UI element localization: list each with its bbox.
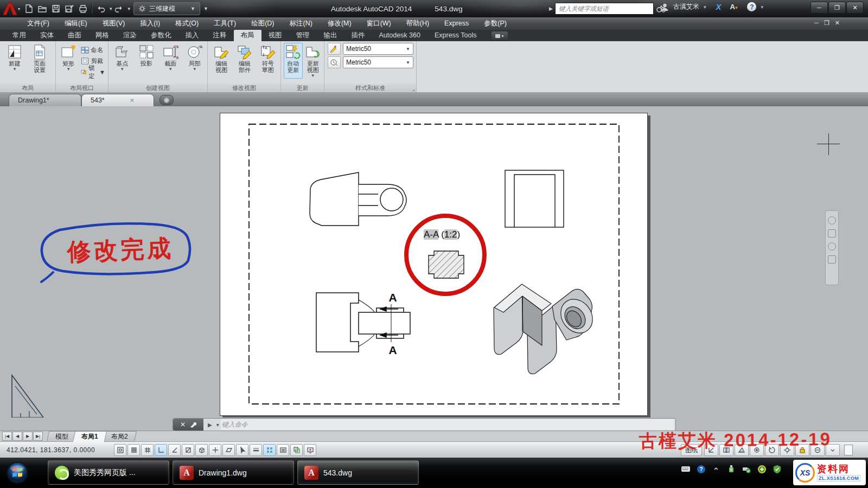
projected-view-button[interactable]: 投影 <box>136 43 158 72</box>
tab-close-icon[interactable]: ✕ <box>130 97 135 104</box>
ribbon-tab-solid[interactable]: 实体 <box>33 30 61 41</box>
otrack-toggle[interactable] <box>209 444 221 456</box>
infer-constraints-toggle[interactable] <box>114 444 126 456</box>
page-setup-button[interactable]: 页面设置 <box>28 43 52 74</box>
update-view-button[interactable]: 更新视图 ▼ <box>304 43 323 79</box>
workspace-switcher[interactable]: 三维建模 ▼ <box>133 2 200 15</box>
osnap-3d-toggle[interactable] <box>195 444 208 456</box>
ribbon-tab-home[interactable]: 常用 <box>5 30 33 41</box>
symbol-sketch-button[interactable]: A 符号草图 <box>257 43 279 74</box>
ribbon-tab-manage[interactable]: 管理 <box>289 30 317 41</box>
help-icon[interactable]: ? <box>747 2 756 11</box>
menu-format[interactable]: 格式(O) <box>168 17 206 30</box>
ribbon-tab-autodesk360[interactable]: Autodesk 360 <box>372 30 427 41</box>
menu-draw[interactable]: 绘图(D) <box>244 17 282 30</box>
taskbar-button-drawing1[interactable]: A Drawing1.dwg <box>173 460 294 485</box>
usb-safely-remove-icon[interactable] <box>742 464 751 474</box>
ribbon-tab-plugins[interactable]: 插件 <box>344 30 372 41</box>
edit-view-button[interactable]: 编辑视图 <box>210 43 233 74</box>
pan-icon[interactable] <box>828 229 836 237</box>
close-button[interactable]: ✕ <box>846 2 864 14</box>
minimize-button[interactable]: ─ <box>810 2 828 14</box>
polar-toggle[interactable] <box>168 444 181 456</box>
show-hidden-icons-caret[interactable] <box>711 464 721 474</box>
view-style-button[interactable] <box>328 43 341 55</box>
redo-caret-icon[interactable]: ▾ <box>128 6 131 11</box>
menu-view[interactable]: 视图(V) <box>95 17 133 30</box>
command-input[interactable] <box>221 419 674 430</box>
view-isometric-3d[interactable] <box>494 284 599 374</box>
wrench-icon[interactable] <box>189 421 196 428</box>
menu-dimension[interactable]: 标注(N) <box>282 17 320 30</box>
annotation-monitor-toggle[interactable] <box>304 444 316 456</box>
selection-cycling-toggle[interactable] <box>290 444 303 456</box>
start-button[interactable] <box>5 461 29 485</box>
autodesk-360-icon[interactable]: A▾ <box>730 3 738 11</box>
menu-window[interactable]: 窗口(W) <box>359 17 399 30</box>
undo-button[interactable] <box>94 2 107 15</box>
ribbon-tab-view[interactable]: 视图 <box>261 30 289 41</box>
ribbon-tab-layout[interactable]: 布局 <box>234 30 261 41</box>
ribbon-tab-insert[interactable]: 插入 <box>178 30 206 41</box>
panel-dialog-launcher-icon[interactable]: ⌟ <box>412 86 414 92</box>
new-file-button[interactable] <box>22 2 35 15</box>
new-drawing-tab-button[interactable] <box>159 95 174 105</box>
search-input[interactable] <box>555 3 654 15</box>
plot-button[interactable] <box>76 2 90 15</box>
doc-minimize-icon[interactable]: ─ <box>814 20 819 27</box>
file-tab-543[interactable]: 543* ✕ <box>81 94 154 106</box>
next-layout-icon[interactable]: ▶ <box>23 432 33 441</box>
antivirus-plus-icon[interactable] <box>757 464 767 474</box>
standard-style-dropdown[interactable]: Metric50 ▼ <box>343 56 413 68</box>
first-layout-icon[interactable]: |◀ <box>2 432 12 441</box>
ribbon-tab-mesh[interactable]: 网格 <box>88 30 116 41</box>
cmd-close-icon[interactable]: ✕ <box>180 421 186 428</box>
doc-restore-icon[interactable]: ❐ <box>824 20 829 27</box>
view-top[interactable] <box>310 172 406 226</box>
taskbar-button-543[interactable]: A 543.dwg <box>297 460 419 485</box>
prev-layout-icon[interactable]: ◀ <box>12 432 22 441</box>
open-file-button[interactable] <box>35 2 49 15</box>
rect-viewport-button[interactable]: 矩形 ▼ <box>59 43 79 77</box>
qat-customize-icon[interactable]: ▼ <box>203 6 208 11</box>
osnap-toggle[interactable] <box>182 444 194 456</box>
ribbon-tab-output[interactable]: 输出 <box>317 30 344 41</box>
search-expand-icon[interactable]: ▶ <box>549 6 553 11</box>
file-tab-drawing1[interactable]: Drawing1* <box>9 94 81 106</box>
view-style-dropdown[interactable]: Metric50 ▼ <box>343 43 413 55</box>
keyboard-layout-icon[interactable] <box>681 464 691 474</box>
save-button[interactable] <box>49 2 62 15</box>
menu-file[interactable]: 文件(F) <box>20 17 57 30</box>
edit-component-button[interactable]: 编辑部件 <box>234 43 256 74</box>
drawing-canvas[interactable]: A A <box>0 106 868 418</box>
lineweight-toggle[interactable] <box>250 444 262 456</box>
doc-close-icon[interactable]: ✕ <box>835 20 840 27</box>
ribbon-tab-render[interactable]: 渲染 <box>116 30 144 41</box>
menu-help[interactable]: 帮助(H) <box>399 17 437 30</box>
lock-viewport-button[interactable]: 锁定 ▼ <box>80 67 106 77</box>
ribbon-display-toggle[interactable]: ▾ <box>492 31 508 40</box>
ribbon-tab-express-tools[interactable]: Express Tools <box>427 30 484 41</box>
full-navigation-wheel-icon[interactable] <box>828 216 836 224</box>
view-side-section[interactable]: A A <box>316 291 410 356</box>
redo-button[interactable] <box>112 2 126 15</box>
signed-in-user[interactable]: 古滇艾米 <box>673 2 699 11</box>
base-view-button[interactable]: 基点 ▼ <box>111 43 133 72</box>
grid-toggle[interactable] <box>141 444 154 456</box>
undo-caret-icon[interactable]: ▾ <box>110 6 112 11</box>
exchange-apps-icon[interactable]: X <box>716 2 722 11</box>
dyn-toggle[interactable] <box>236 444 248 456</box>
ribbon-tab-surface[interactable]: 曲面 <box>61 30 88 41</box>
menu-express[interactable]: Express <box>437 17 476 30</box>
save-as-button[interactable] <box>62 2 76 15</box>
ribbon-tab-parametric[interactable]: 参数化 <box>144 30 178 41</box>
restore-button[interactable]: ❐ <box>828 2 846 14</box>
ortho-toggle[interactable] <box>155 444 167 456</box>
zoom-extents-icon[interactable] <box>828 242 836 251</box>
menu-modify[interactable]: 修改(M) <box>320 17 359 30</box>
snap-toggle[interactable] <box>127 444 140 456</box>
ribbon-tab-annotate[interactable]: 注释 <box>206 30 234 41</box>
command-line-grip[interactable]: ✕ <box>173 419 203 431</box>
quick-properties-toggle[interactable] <box>277 444 289 456</box>
autocad-logo-button[interactable]: ▾ <box>0 0 22 17</box>
